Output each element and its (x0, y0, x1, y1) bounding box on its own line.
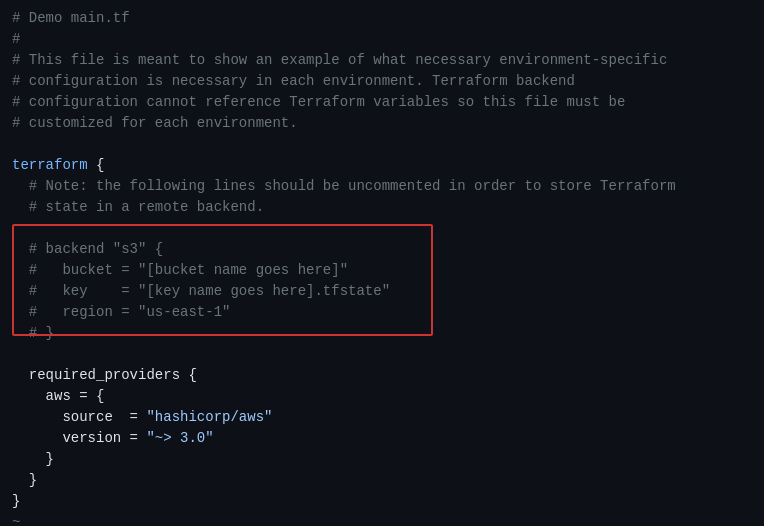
code-line: # state in a remote backend. (0, 197, 764, 218)
code-line: # configuration is necessary in each env… (0, 71, 764, 92)
code-text: # Note: the following lines should be un… (12, 176, 676, 197)
code-line: # configuration cannot reference Terrafo… (0, 92, 764, 113)
code-text: } (12, 491, 20, 512)
code-line: # } (0, 323, 764, 344)
code-text (12, 134, 20, 155)
code-text: source = (12, 407, 146, 428)
code-line: ~ (0, 512, 764, 526)
code-text: # configuration is necessary in each env… (12, 71, 575, 92)
code-line (0, 344, 764, 365)
code-text: # region = "us-east-1" (12, 302, 230, 323)
code-line: # This file is meant to show an example … (0, 50, 764, 71)
code-text: # backend "s3" { (12, 239, 163, 260)
code-editor: # Demo main.tf # # This file is meant to… (0, 0, 764, 526)
code-line: } (0, 449, 764, 470)
code-line: aws = { (0, 386, 764, 407)
code-text: { (96, 155, 104, 176)
code-line (0, 218, 764, 239)
code-text: "~> 3.0" (146, 428, 213, 449)
code-text: # key = "[key name goes here].tfstate" (12, 281, 390, 302)
code-line: # backend "s3" { (0, 239, 764, 260)
code-line: required_providers { (0, 365, 764, 386)
code-line: } (0, 491, 764, 512)
code-text: # Demo main.tf (12, 8, 130, 29)
code-line: # Demo main.tf (0, 8, 764, 29)
code-text: # This file is meant to show an example … (12, 50, 667, 71)
code-line: # customized for each environment. (0, 113, 764, 134)
code-text: terraform (12, 155, 96, 176)
code-line: # key = "[key name goes here].tfstate" (0, 281, 764, 302)
code-text: version = (12, 428, 146, 449)
code-text: # } (12, 323, 54, 344)
code-line: # Note: the following lines should be un… (0, 176, 764, 197)
code-text: # state in a remote backend. (12, 197, 264, 218)
code-line (0, 134, 764, 155)
code-text: } (12, 449, 54, 470)
code-line: version = "~> 3.0" (0, 428, 764, 449)
code-text: "hashicorp/aws" (146, 407, 272, 428)
code-text: # (12, 29, 20, 50)
code-text: # bucket = "[bucket name goes here]" (12, 260, 348, 281)
code-text (12, 218, 20, 239)
code-line: source = "hashicorp/aws" (0, 407, 764, 428)
code-line: } (0, 470, 764, 491)
code-text: required_providers { (12, 365, 197, 386)
code-line: # (0, 29, 764, 50)
code-line: terraform { (0, 155, 764, 176)
code-text: } (12, 470, 37, 491)
code-text: ~ (12, 512, 20, 526)
code-text (12, 344, 20, 365)
code-text: # customized for each environment. (12, 113, 298, 134)
code-text: # configuration cannot reference Terrafo… (12, 92, 625, 113)
code-line: # bucket = "[bucket name goes here]" (0, 260, 764, 281)
code-line: # region = "us-east-1" (0, 302, 764, 323)
code-text: aws = { (12, 386, 104, 407)
